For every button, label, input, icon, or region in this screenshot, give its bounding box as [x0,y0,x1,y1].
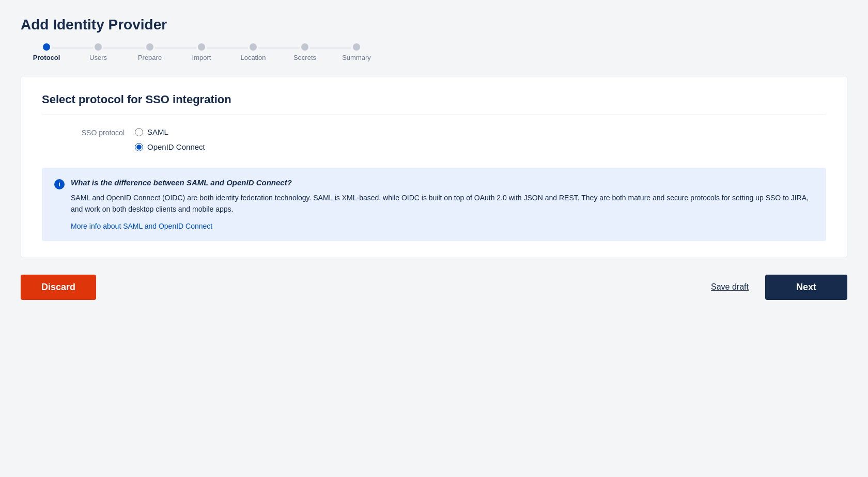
step-item-location[interactable]: Location [227,43,279,61]
main-card: Select protocol for SSO integration SSO … [21,76,847,258]
step-dot-summary [353,43,360,51]
radio-input-oidc[interactable] [135,143,143,151]
step-dot-prepare [146,43,153,51]
card-title: Select protocol for SSO integration [42,93,826,115]
footer-actions: Discard Save draft Next [21,275,847,300]
save-draft-button[interactable]: Save draft [711,282,749,292]
step-label-import: Import [192,54,211,61]
info-heading: What is the difference between SAML and … [71,178,814,187]
right-actions: Save draft Next [711,275,847,300]
next-button[interactable]: Next [765,275,847,300]
info-content: What is the difference between SAML and … [71,178,814,231]
radio-label-oidc: OpenID Connect [147,142,205,151]
step-item-users[interactable]: Users [72,43,124,61]
step-item-summary[interactable]: Summary [331,43,382,61]
step-label-summary: Summary [342,54,371,61]
step-item-prepare[interactable]: Prepare [124,43,176,61]
step-dot-users [95,43,102,51]
radio-input-saml[interactable] [135,128,143,136]
info-icon: i [54,179,65,189]
discard-button[interactable]: Discard [21,275,96,300]
step-item-secrets[interactable]: Secrets [279,43,331,61]
stepper: ProtocolUsersPrepareImportLocationSecret… [21,43,847,61]
protocol-field-label: SSO protocol [42,128,125,137]
radio-label-saml: SAML [147,128,168,136]
step-dot-secrets [301,43,308,51]
step-dot-location [250,43,257,51]
protocol-row: SSO protocol SAML OpenID Connect [42,128,826,151]
step-item-protocol[interactable]: Protocol [21,43,72,61]
step-item-import[interactable]: Import [176,43,227,61]
radio-saml[interactable]: SAML [135,128,205,136]
page-title: Add Identity Provider [21,17,847,33]
step-label-protocol: Protocol [33,54,60,61]
info-text: SAML and OpenID Connect (OIDC) are both … [71,192,814,215]
step-dot-protocol [43,43,50,51]
step-dot-import [198,43,205,51]
protocol-radio-group: SAML OpenID Connect [135,128,205,151]
step-label-secrets: Secrets [293,54,316,61]
info-link[interactable]: More info about SAML and OpenID Connect [71,222,212,230]
step-label-users: Users [89,54,107,61]
step-label-prepare: Prepare [138,54,162,61]
info-box: i What is the difference between SAML an… [42,168,826,241]
step-label-location: Location [240,54,266,61]
radio-oidc[interactable]: OpenID Connect [135,142,205,151]
